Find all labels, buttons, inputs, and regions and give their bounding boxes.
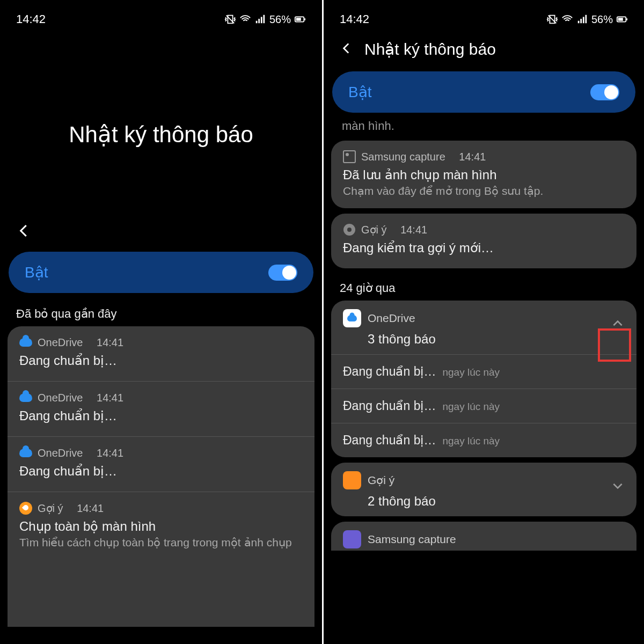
section-label: 24 giờ qua	[324, 274, 644, 301]
page-title: Nhật ký thông báo	[0, 121, 322, 148]
notification-card[interactable]: Samsung capture 14:41 Đã lưu ảnh chụp mà…	[331, 141, 636, 208]
vibrate-icon	[224, 13, 236, 25]
signal-icon	[576, 13, 588, 25]
notification-item[interactable]: Gợi ý 14:41 Chụp toàn bộ màn hình Tìm hi…	[8, 492, 314, 560]
toggle-switch[interactable]	[268, 265, 297, 281]
chevron-left-icon	[340, 41, 354, 55]
onedrive-icon	[19, 336, 32, 349]
notification-item[interactable]: OneDrive 14:41 Đang chuẩn bị…	[8, 326, 314, 382]
battery-icon	[294, 13, 306, 25]
vibrate-icon	[546, 13, 558, 25]
chevron-down-icon	[611, 479, 625, 493]
bulb-icon	[19, 502, 32, 515]
chevron-up-icon	[611, 317, 625, 331]
gear-icon	[343, 223, 356, 236]
chevron-left-icon	[16, 223, 32, 239]
notification-group-samsung[interactable]: Samsung capture	[331, 522, 636, 551]
notification-card[interactable]: Gợi ý 14:41 Đang kiểm tra gợi ý mới…	[331, 214, 636, 268]
onedrive-icon	[19, 391, 32, 404]
wifi-icon	[561, 13, 573, 25]
bulb-icon	[343, 471, 361, 489]
partial-text: màn hình.	[324, 119, 644, 141]
notification-list: OneDrive 14:41 Đang chuẩn bị… OneDrive 1…	[8, 326, 314, 627]
status-time: 14:42	[340, 12, 369, 26]
image-icon	[343, 150, 356, 163]
header: Nhật ký thông báo	[324, 30, 644, 64]
battery-icon	[616, 13, 628, 25]
master-toggle[interactable]: Bật	[9, 252, 313, 293]
svg-rect-2	[296, 18, 301, 21]
status-icons: 56%	[546, 13, 628, 26]
list-item[interactable]: Đang chuẩn bị…ngay lúc này	[331, 354, 636, 389]
list-item[interactable]: Đang chuẩn bị…ngay lúc này	[331, 389, 636, 423]
notification-group-goiy[interactable]: Gợi ý 2 thông báo	[331, 463, 636, 516]
battery-text: 56%	[269, 13, 291, 26]
status-icons: 56%	[224, 13, 306, 26]
onedrive-icon	[343, 309, 361, 327]
onedrive-icon	[19, 447, 32, 459]
notification-group-onedrive[interactable]: OneDrive 3 thông báo Đang chuẩn bị…ngay …	[331, 301, 636, 457]
notification-item[interactable]: OneDrive 14:41 Đang chuẩn bị…	[8, 437, 314, 492]
header-title: Nhật ký thông báo	[364, 40, 496, 58]
svg-rect-7	[626, 18, 627, 20]
master-toggle[interactable]: Bật	[332, 71, 635, 113]
battery-text: 56%	[591, 13, 613, 26]
svg-rect-6	[618, 18, 623, 21]
list-item[interactable]: Đang chuẩn bị…ngay lúc này	[331, 423, 636, 457]
right-screen: 14:42 56% Nhật ký thông báo Bật màn hình…	[322, 0, 644, 644]
capture-icon	[343, 530, 361, 548]
toggle-switch[interactable]	[590, 84, 619, 100]
toggle-label: Bật	[25, 264, 48, 281]
notification-item[interactable]: OneDrive 14:41 Đang chuẩn bị…	[8, 382, 314, 437]
back-button[interactable]	[340, 41, 354, 57]
svg-rect-3	[304, 18, 305, 20]
expand-button[interactable]	[611, 479, 625, 495]
status-bar: 14:42 56%	[0, 0, 322, 30]
signal-icon	[254, 13, 266, 25]
status-bar: 14:42 56%	[324, 0, 644, 30]
section-label: Đã bỏ qua gần đây	[0, 299, 322, 326]
status-time: 14:42	[16, 12, 46, 26]
collapse-button[interactable]	[611, 317, 625, 333]
back-button[interactable]	[0, 223, 322, 241]
wifi-icon	[239, 13, 251, 25]
left-screen: 14:42 56% Nhật ký thông báo Bật Đã bỏ qu…	[0, 0, 322, 644]
toggle-label: Bật	[348, 83, 371, 101]
